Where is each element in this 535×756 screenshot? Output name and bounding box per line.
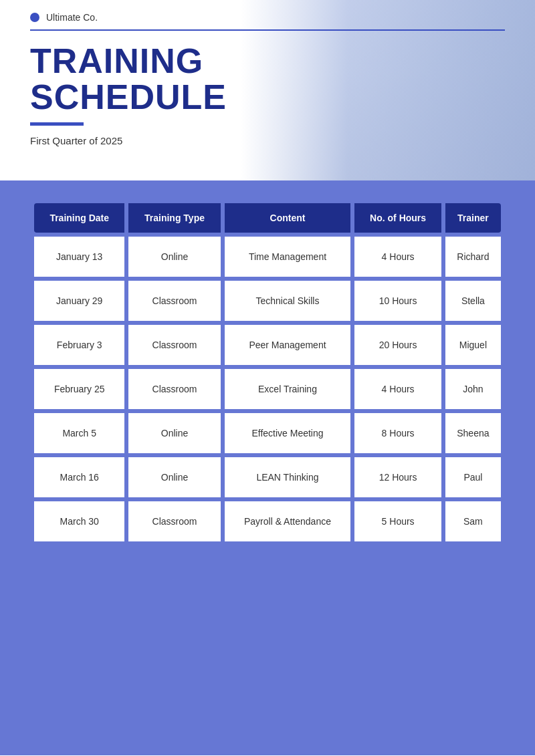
table-row: March 5OnlineEffective Meeting8 HoursShe…	[34, 413, 501, 453]
main-section: Training Date Training Type Content No. …	[0, 180, 535, 755]
header-section: Ultimate Co. TRAINING SCHEDULE First Qua…	[0, 0, 535, 180]
cell-trainer: Stella	[445, 281, 501, 321]
cell-hours: 10 Hours	[354, 281, 441, 321]
cell-type: Classroom	[128, 325, 220, 365]
cell-trainer: Sam	[445, 501, 501, 541]
cell-type: Classroom	[128, 281, 220, 321]
cell-type: Classroom	[128, 501, 220, 541]
cell-date: February 3	[34, 325, 124, 365]
col-header-type: Training Type	[128, 203, 220, 233]
cell-date: March 5	[34, 413, 124, 453]
table-row: March 30ClassroomPayroll & Attendance5 H…	[34, 501, 501, 541]
col-header-date: Training Date	[34, 203, 124, 233]
cell-hours: 12 Hours	[354, 457, 441, 497]
cell-hours: 4 Hours	[354, 237, 441, 277]
cell-hours: 8 Hours	[354, 413, 441, 453]
cell-type: Online	[128, 413, 220, 453]
cell-date: March 30	[34, 501, 124, 541]
title-underline	[30, 122, 84, 126]
cell-content: Payroll & Attendance	[225, 501, 351, 541]
cell-type: Online	[128, 457, 220, 497]
cell-trainer: Sheena	[445, 413, 501, 453]
col-header-hours: No. of Hours	[354, 203, 441, 233]
cell-hours: 4 Hours	[354, 369, 441, 409]
cell-date: February 25	[34, 369, 124, 409]
cell-trainer: Paul	[445, 457, 501, 497]
cell-content: Effective Meeting	[225, 413, 351, 453]
header-divider	[30, 29, 505, 31]
cell-content: Excel Training	[225, 369, 351, 409]
page-title: TRAINING SCHEDULE	[30, 43, 505, 116]
table-row: January 29ClassroomTechnical Skills10 Ho…	[34, 281, 501, 321]
company-dot-icon	[30, 13, 39, 22]
table-row: February 25ClassroomExcel Training4 Hour…	[34, 369, 501, 409]
header-content: Ultimate Co. TRAINING SCHEDULE First Qua…	[0, 0, 535, 146]
cell-date: January 13	[34, 237, 124, 277]
col-header-content: Content	[225, 203, 351, 233]
cell-date: January 29	[34, 281, 124, 321]
subtitle: First Quarter of 2025	[30, 135, 505, 146]
company-row: Ultimate Co.	[30, 12, 505, 23]
table-row: February 3ClassroomPeer Management20 Hou…	[34, 325, 501, 365]
col-header-trainer: Trainer	[445, 203, 501, 233]
table-header-row: Training Date Training Type Content No. …	[34, 203, 501, 233]
cell-hours: 20 Hours	[354, 325, 441, 365]
cell-content: LEAN Thinking	[225, 457, 351, 497]
cell-content: Peer Management	[225, 325, 351, 365]
cell-trainer: Richard	[445, 237, 501, 277]
table-row: March 16OnlineLEAN Thinking12 HoursPaul	[34, 457, 501, 497]
cell-content: Time Management	[225, 237, 351, 277]
cell-type: Online	[128, 237, 220, 277]
table-row: January 13OnlineTime Management4 HoursRi…	[34, 237, 501, 277]
company-name: Ultimate Co.	[46, 12, 98, 23]
cell-hours: 5 Hours	[354, 501, 441, 541]
cell-date: March 16	[34, 457, 124, 497]
schedule-table: Training Date Training Type Content No. …	[30, 199, 505, 545]
cell-content: Technical Skills	[225, 281, 351, 321]
cell-trainer: John	[445, 369, 501, 409]
cell-trainer: Miguel	[445, 325, 501, 365]
cell-type: Classroom	[128, 369, 220, 409]
